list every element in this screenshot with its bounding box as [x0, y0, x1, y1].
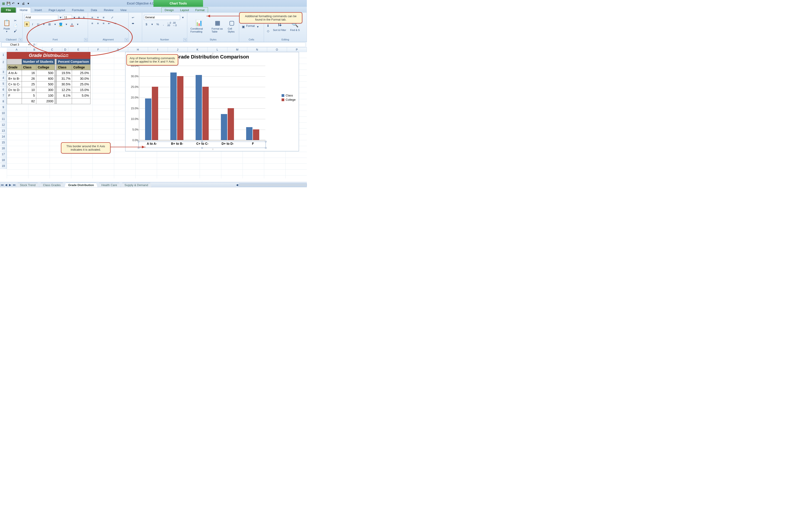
chart-handle-top[interactable]: ⠿: [212, 53, 214, 55]
row-header[interactable]: 10: [0, 110, 7, 116]
row-header[interactable]: 5: [0, 81, 7, 87]
name-box[interactable]: Chart 3: [1, 42, 31, 47]
clipboard-launcher-icon[interactable]: ↘: [19, 38, 22, 41]
bar[interactable]: [145, 98, 151, 140]
tab-insert[interactable]: Insert: [31, 7, 45, 13]
plot-area[interactable]: A to A-B+ to B-C+ to C-D+ to D-F: [139, 66, 265, 140]
tab-nav-prev-icon[interactable]: ◀: [4, 183, 8, 186]
underline-button[interactable]: U: [36, 22, 41, 26]
tab-format[interactable]: Format: [192, 7, 208, 13]
underline-dropdown-icon[interactable]: ▾: [41, 22, 46, 26]
cell[interactable]: 500: [36, 82, 55, 87]
number-launcher-icon[interactable]: ↘: [184, 38, 187, 41]
row-header[interactable]: 7: [0, 93, 7, 98]
orientation-icon[interactable]: ⤢: [110, 15, 115, 20]
clear-icon[interactable]: ◇: [266, 29, 270, 33]
cell[interactable]: A to A-: [7, 70, 22, 76]
sheet-tab-distribution[interactable]: Grade Distribution: [64, 183, 98, 187]
align-right-icon[interactable]: ≡: [101, 21, 106, 26]
total-cell[interactable]: [72, 98, 91, 104]
row-header[interactable]: 4: [0, 75, 7, 81]
tab-formulas[interactable]: Formulas: [69, 7, 87, 13]
font-dropdown-icon[interactable]: ▾: [59, 15, 62, 20]
cell[interactable]: 26: [22, 76, 36, 82]
tab-layout[interactable]: Layout: [177, 7, 192, 13]
format-cells-icon[interactable]: ▣: [241, 24, 245, 29]
align-bottom-icon[interactable]: ≡: [101, 15, 106, 20]
undo-icon[interactable]: ↶: [11, 1, 15, 5]
cell[interactable]: 300: [36, 87, 55, 93]
cell[interactable]: 5.0%: [72, 93, 91, 98]
paste-button[interactable]: 📋Paste▾: [2, 18, 12, 33]
col-header[interactable]: A: [7, 48, 26, 52]
print-icon[interactable]: 🖨: [21, 1, 25, 5]
cell[interactable]: 19.5%: [57, 70, 72, 76]
col-header[interactable]: I: [148, 48, 168, 52]
acct-dropdown-icon[interactable]: ▾: [150, 22, 154, 26]
percent-icon[interactable]: %: [155, 22, 160, 26]
cell[interactable]: 25.0%: [72, 82, 91, 87]
cell[interactable]: 30.5%: [57, 82, 72, 87]
bar[interactable]: [195, 75, 202, 140]
tab-home[interactable]: Home: [16, 7, 31, 13]
cell[interactable]: 6.1%: [57, 93, 72, 98]
bar[interactable]: [202, 87, 209, 140]
formula-input[interactable]: [37, 42, 305, 47]
shrink-font-icon[interactable]: A: [82, 15, 86, 20]
bar[interactable]: [152, 87, 158, 140]
cell[interactable]: B+ to B-: [7, 76, 22, 82]
col-header[interactable]: J: [168, 48, 188, 52]
col-header[interactable]: P: [287, 48, 307, 52]
borders-icon[interactable]: ⊞: [47, 22, 52, 26]
font-name-input[interactable]: [24, 15, 58, 20]
format-as-table-button[interactable]: ▦Format as Table: [210, 18, 225, 33]
row-header[interactable]: 8: [0, 98, 7, 104]
number-format-select[interactable]: [144, 15, 180, 20]
font-launcher-icon[interactable]: ↘: [84, 38, 87, 41]
bar[interactable]: [246, 127, 252, 140]
fontcolor-dropdown-icon[interactable]: ▾: [75, 22, 80, 26]
bar[interactable]: [221, 114, 227, 140]
bar[interactable]: [177, 76, 184, 140]
row-header[interactable]: 15: [0, 140, 7, 145]
italic-button[interactable]: I: [30, 22, 35, 26]
font-size-input[interactable]: [63, 15, 72, 20]
row-header[interactable]: 6: [0, 87, 7, 93]
tab-design[interactable]: Design: [162, 7, 177, 13]
sheet-tab-supply[interactable]: Supply & Demand: [121, 183, 152, 187]
fx-icon[interactable]: fx: [33, 43, 35, 46]
row-header[interactable]: 18: [0, 157, 7, 163]
total-cell[interactable]: 2000: [36, 98, 55, 104]
col-header[interactable]: O: [267, 48, 287, 52]
tab-nav-last-icon[interactable]: ⏭: [12, 183, 16, 186]
tab-view[interactable]: View: [117, 7, 130, 13]
col-header[interactable]: G: [108, 48, 128, 52]
cell[interactable]: 10: [22, 87, 36, 93]
bar[interactable]: [253, 129, 259, 140]
size-dropdown-icon[interactable]: ▾: [72, 15, 76, 20]
total-cell[interactable]: [57, 98, 72, 104]
col-header[interactable]: H: [128, 48, 148, 52]
file-tab[interactable]: File: [1, 7, 16, 13]
borders-dropdown-icon[interactable]: ▾: [53, 22, 58, 26]
save-icon[interactable]: 💾: [6, 1, 11, 5]
tab-nav-next-icon[interactable]: ▶: [8, 183, 12, 186]
redo-icon[interactable]: ▾: [16, 1, 20, 5]
numfmt-dropdown-icon[interactable]: ▾: [181, 15, 185, 20]
col-header[interactable]: L: [208, 48, 227, 52]
cut-icon[interactable]: ✂: [13, 18, 18, 23]
tab-page-layout[interactable]: Page Layout: [45, 7, 68, 13]
decrease-indent-icon[interactable]: ⇤: [107, 21, 112, 26]
chart-handle-bottom[interactable]: ⠿: [212, 148, 214, 151]
cell[interactable]: 25: [22, 82, 36, 87]
row-header[interactable]: 16: [0, 145, 7, 151]
tab-data[interactable]: Data: [88, 7, 100, 13]
col-header[interactable]: E: [68, 48, 88, 52]
row-header[interactable]: 17: [0, 151, 7, 157]
row-header[interactable]: 1: [0, 52, 7, 59]
cell[interactable]: 30.0%: [72, 76, 91, 82]
tab-review[interactable]: Review: [101, 7, 117, 13]
col-header[interactable]: N: [247, 48, 267, 52]
wrap-text-icon[interactable]: ↩: [130, 15, 135, 20]
bold-button[interactable]: B: [24, 22, 29, 26]
